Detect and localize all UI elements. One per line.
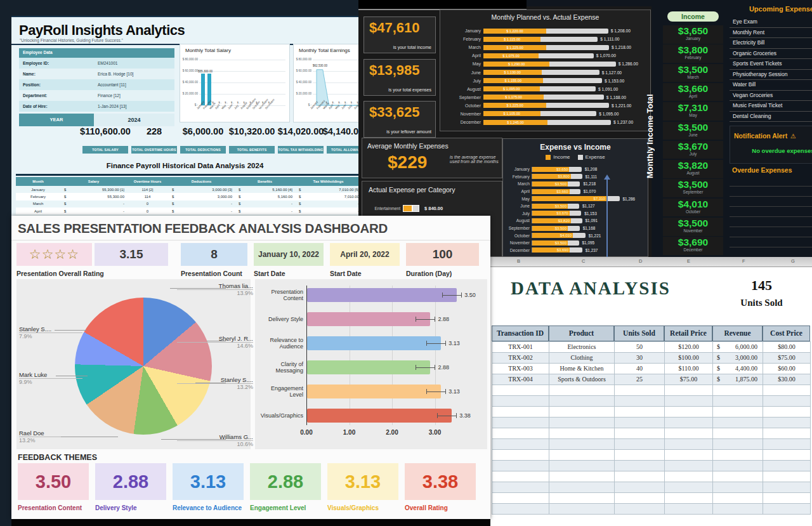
stat-caption: is your leftover amount: [386, 129, 431, 134]
employee-data-card: Employee Data Employee ID:EM241001Name:E…: [19, 48, 174, 126]
overdue-empty-row: [730, 197, 812, 207]
income-amount: $3,660: [663, 83, 723, 94]
table-cell: Electronics: [549, 341, 615, 353]
income-cell: $3,650January: [663, 25, 723, 44]
payroll-title: PayRoll Insights Analytics: [19, 22, 185, 39]
currency-sign: $: [295, 195, 301, 199]
total-chip: TOTAL SALARY: [82, 146, 128, 154]
table-empty-cell: [664, 492, 713, 504]
chart-row: March$ 1,225.00$ 1,218.00: [444, 43, 648, 51]
upcoming-item: Sports Event Tickets: [730, 59, 812, 70]
header-cell: Tax Withholdings: [295, 180, 358, 183]
error-cap-right: [461, 293, 462, 298]
legend-item: Income: [546, 154, 570, 160]
income-cell: $3,820August: [663, 160, 723, 178]
total-value: $4,140.00: [310, 126, 358, 136]
table-empty-cell: [614, 417, 665, 428]
income-value-label: $3,820: [558, 219, 571, 223]
screenshot-canvas: PayRoll Insights Analytics "Unlocking Fi…: [0, 0, 812, 526]
currency-sign: $: [295, 209, 301, 213]
table-empty-cell: [712, 503, 763, 515]
actual-bar: [543, 78, 602, 83]
table-header-cell: Product: [549, 325, 614, 341]
chart-row: January$ 1,220.00$ 1,208.00: [444, 27, 648, 35]
theme-value: 2.88: [268, 471, 303, 492]
theme-card: 2.88: [95, 463, 166, 500]
actual-bar: [540, 86, 596, 91]
stat-caption: is your total expenses: [388, 88, 431, 92]
month-label: September: [444, 95, 483, 100]
bar-value-label: 2.88: [438, 316, 449, 322]
chart-row: November$3,500$1,095: [506, 239, 646, 247]
expense-bar: [573, 233, 586, 238]
planned-bar: $ 1,290.00: [483, 62, 549, 67]
rating-bar: [307, 288, 457, 302]
month-label: February: [444, 37, 483, 41]
sales-feedback-dashboard: SALES PRESENTATION FEEDBACK ANALYSIS DAS…: [11, 216, 490, 519]
income-bar: $4,010: [532, 233, 573, 238]
month-label: December: [506, 248, 532, 253]
payroll-table-title: Finance Payroll Historical Data Analysis…: [11, 162, 358, 169]
actual-value-label: $ 1,286.00: [619, 62, 638, 66]
table-empty-cell: [712, 385, 763, 396]
currency-sign: $: [60, 202, 66, 206]
table-empty-cell: [763, 417, 811, 428]
actual-bar: [540, 37, 598, 42]
pie-slice-pct: 13.9%: [177, 290, 253, 296]
table-empty-cell: [712, 417, 763, 428]
theme-label: Relevance to Audience: [173, 504, 242, 511]
overdue-empty-row: [730, 207, 812, 217]
upcoming-item: Water Bill: [730, 80, 812, 91]
upcoming-item: Electricity Bill: [730, 38, 812, 49]
amount: -: [174, 209, 235, 213]
gridline: [199, 94, 285, 95]
income-pill: Income: [667, 11, 719, 22]
actual-bar: [547, 120, 611, 125]
actual-bar: [544, 95, 604, 100]
pie-slice-name: Williams G...: [177, 433, 253, 441]
currency-sign: $: [235, 202, 240, 206]
pie-slice-name: Stanley S....: [19, 325, 82, 333]
amount: 6,000.00: [735, 342, 757, 352]
card-label: Presentation Overall Rating: [16, 270, 104, 277]
cell-overtime: 114: [127, 195, 168, 199]
table-empty-cell: [763, 503, 811, 515]
cell-month: January: [16, 188, 60, 192]
month-label: March: [444, 45, 483, 49]
pie-callout: Stanley S....7.9%: [19, 325, 82, 339]
bar-value-label: 2.88: [438, 364, 449, 371]
table-empty-cell: [549, 503, 615, 515]
spreadsheet-column-strip: BCDEFG: [490, 257, 812, 267]
table-empty-cell: [614, 471, 665, 482]
x-gridline: [392, 286, 393, 425]
error-bar: [426, 343, 445, 344]
month-label: September: [506, 226, 532, 230]
income-cell: $7,310May: [663, 102, 723, 121]
chart-row: April$3,660$1,070: [506, 188, 646, 195]
legend-label: Expense: [586, 154, 605, 160]
cell-month: March: [16, 202, 60, 206]
payroll-history-table: MonthSalaryOvertime HoursDeductionsBenef…: [16, 177, 358, 221]
zero-label: $ -: [225, 101, 228, 104]
expense-bar: [571, 174, 582, 179]
amount: 5,160.00: [240, 195, 295, 199]
currency-sign: $: [717, 374, 720, 385]
total-chip: TOTAL OVERTIME HOURS: [131, 146, 177, 154]
card-value: 3.15: [120, 247, 143, 261]
overdue-empty-row: [730, 176, 812, 187]
month-label: October: [506, 233, 532, 238]
income-month: January: [663, 36, 723, 41]
month-label: May: [506, 197, 532, 201]
bar-category-label: Visuals/Graphics: [258, 412, 303, 419]
stat-card: $33,625is your leftover amount: [363, 101, 436, 138]
bar-category-label: Engagement Level: [258, 385, 303, 398]
planned-value-label: $ 1,225.00: [506, 46, 523, 49]
income-amount: $3,500: [663, 64, 723, 75]
divider: [11, 240, 490, 240]
leader-line: [161, 439, 226, 440]
year-value: 2024: [94, 114, 174, 126]
income-cell: $3,670July: [663, 141, 723, 159]
year-button[interactable]: YEAR: [19, 114, 94, 126]
table-empty-cell: [614, 438, 665, 450]
planned-value-label: $ 1,105.00: [504, 112, 520, 115]
